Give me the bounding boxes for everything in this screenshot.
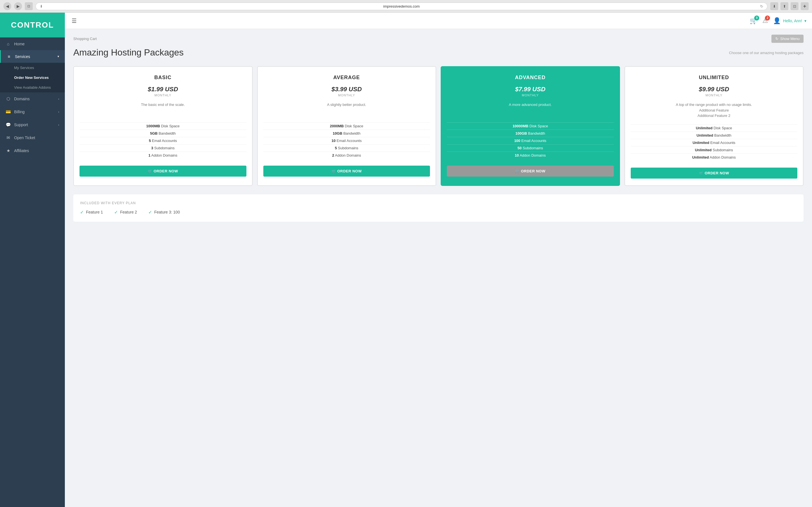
check-icon-1: ✓ [80, 210, 84, 215]
billing-icon: 💳 [6, 109, 11, 114]
plan-features-unlimited: Unlimited Disk Space Unlimited Bandwidth… [631, 124, 798, 161]
plan-period-basic: MONTHLY [154, 94, 171, 97]
included-section: INCLUDED WITH EVERY PLAN ✓ Feature 1 ✓ F… [73, 194, 804, 222]
download-button[interactable]: ⬇ [770, 2, 778, 10]
cart-badge: 0 [754, 15, 759, 20]
plan-card-average: AVERAGE $3.99 USD MONTHLY A slightly bet… [257, 66, 437, 186]
plan-name-basic: BASIC [154, 75, 171, 80]
app-container: CONTROL ⌂ Home ≡ Services ▾ My Services … [0, 13, 812, 507]
alert-icon-wrap[interactable]: ⚠ 2 [762, 17, 768, 24]
browser-action-buttons: ⬇ ⬆ ⊡ + [770, 2, 809, 10]
hamburger-menu-button[interactable]: ☰ [70, 16, 78, 25]
sidebar-item-order-new-services[interactable]: Order New Services [0, 73, 65, 82]
breadcrumb: Shopping Cart [73, 37, 97, 41]
check-icon-3: ✓ [148, 210, 152, 215]
show-menu-button[interactable]: ↻ Show Menu [771, 35, 804, 43]
add-tab-button[interactable]: + [801, 2, 809, 10]
feature-subdomains-advanced: 50 Subdomains [447, 144, 614, 152]
sidebar-item-domains[interactable]: ⬡ Domains › [0, 93, 65, 105]
plan-features-average: 2000MB Disk Space 10GB Bandwidth 10 Emai… [263, 122, 430, 159]
sidebar-item-home[interactable]: ⌂ Home [0, 38, 65, 50]
alert-badge: 2 [765, 15, 770, 20]
feature-subdomains-basic: 3 Subdomains [80, 144, 246, 152]
header-icons: 🛒 0 ⚠ 2 👤 Hello, Ann! ▾ [750, 17, 806, 24]
services-submenu: My Services Order New Services View Avai… [0, 63, 65, 93]
feature-bandwidth-basic: 5GB Bandwidth [80, 129, 246, 137]
feature-email-basic: 5 Email Accounts [80, 137, 246, 144]
sidebar-item-billing-label: Billing [14, 110, 24, 114]
back-button[interactable]: ◀ [3, 2, 11, 10]
plan-name-advanced: ADVANCED [515, 75, 546, 80]
pricing-grid: BASIC $1.99 USD MONTHLY The basic end of… [73, 66, 804, 186]
user-dropdown-chevron-icon: ▾ [804, 18, 806, 23]
sidebar-item-services-label: Services [15, 54, 30, 59]
sidebar-item-billing[interactable]: 💳 Billing › [0, 105, 65, 118]
sidebar-item-view-addons[interactable]: View Available Addons [0, 82, 65, 93]
feature-email-average: 10 Email Accounts [263, 137, 430, 144]
feature-email-unlimited: Unlimited Email Accounts [631, 139, 798, 146]
user-icon: 👤 [773, 17, 781, 24]
check-icon-2: ✓ [114, 210, 118, 215]
feature-email-advanced: 100 Email Accounts [447, 137, 614, 144]
plan-period-advanced: MONTHLY [522, 94, 539, 97]
affiliates-icon: ★ [6, 148, 11, 153]
ticket-icon: ✉ [6, 135, 11, 140]
support-icon: 💬 [6, 122, 11, 127]
order-button-advanced[interactable]: 🛒 ORDER NOW [447, 166, 614, 177]
sidebar-item-my-services[interactable]: My Services [0, 63, 65, 73]
feature-bandwidth-unlimited: Unlimited Bandwidth [631, 131, 798, 139]
windows-button[interactable]: ⊡ [791, 2, 799, 10]
included-feature-label-2: Feature 2 [120, 210, 137, 214]
main-inner: Shopping Cart ↻ Show Menu Amazing Hostin… [65, 29, 812, 227]
cart-icon-wrap[interactable]: 🛒 0 [750, 17, 757, 24]
sidebar-item-affiliates[interactable]: ★ Affiliates [0, 144, 65, 157]
url-bar: ⬇ impressivedemos.com ↻ [36, 3, 767, 10]
sidebar-item-home-label: Home [14, 42, 24, 46]
included-title: INCLUDED WITH EVERY PLAN [80, 201, 797, 205]
page-subtitle: Choose one of our amazing hosting packag… [729, 51, 804, 55]
plan-features-advanced: 10000MB Disk Space 100GB Bandwidth 100 E… [447, 122, 614, 159]
plan-name-unlimited: UNLIMITED [699, 75, 729, 80]
plan-desc-advanced: A more advanced product. [509, 102, 552, 117]
user-greeting: Hello, Ann! [783, 18, 802, 23]
feature-addon-average: 2 Addon Domains [263, 152, 430, 159]
domains-icon: ⬡ [6, 96, 11, 101]
included-feature-3: ✓ Feature 3: 100 [148, 210, 180, 215]
feature-disk-unlimited: Unlimited Disk Space [631, 124, 798, 131]
feature-disk-average: 2000MB Disk Space [263, 122, 430, 129]
home-icon: ⌂ [6, 41, 11, 46]
plan-card-basic: BASIC $1.99 USD MONTHLY The basic end of… [73, 66, 253, 186]
pocket-icon: ⬇ [40, 4, 43, 8]
plan-price-basic: $1.99 USD [148, 86, 178, 93]
order-button-unlimited[interactable]: 🛒 ORDER NOW [631, 168, 798, 179]
share-button[interactable]: ⬆ [780, 2, 788, 10]
plan-price-unlimited: $9.99 USD [699, 86, 729, 93]
support-chevron-icon: › [58, 123, 59, 126]
order-button-average[interactable]: 🛒 ORDER NOW [263, 166, 430, 177]
services-chevron-icon: ▾ [57, 55, 59, 58]
tab-view-button[interactable]: ⊡ [25, 2, 33, 10]
feature-subdomains-average: 5 Subdomains [263, 144, 430, 152]
order-button-basic[interactable]: 🛒 ORDER NOW [80, 166, 246, 177]
refresh-icon[interactable]: ↻ [760, 4, 763, 8]
plan-desc-unlimited: A top of the range product with no usage… [676, 102, 752, 119]
included-feature-1: ✓ Feature 1 [80, 210, 103, 215]
plan-features-basic: 1000MB Disk Space 5GB Bandwidth 5 Email … [80, 122, 246, 159]
sidebar-item-services[interactable]: ≡ Services ▾ [0, 50, 65, 63]
plan-card-unlimited: UNLIMITED $9.99 USD MONTHLY A top of the… [624, 66, 804, 186]
page-title: Amazing Hosting Packages [73, 47, 184, 58]
feature-addon-basic: 1 Addon Domains [80, 152, 246, 159]
sidebar-item-support-label: Support [14, 122, 28, 127]
sidebar-item-support[interactable]: 💬 Support › [0, 118, 65, 131]
plan-price-advanced: $7.99 USD [515, 86, 546, 93]
plan-period-average: MONTHLY [338, 94, 355, 97]
user-menu[interactable]: 👤 Hello, Ann! ▾ [773, 17, 806, 24]
billing-chevron-icon: › [58, 110, 59, 114]
plan-name-average: AVERAGE [333, 75, 360, 80]
feature-disk-basic: 1000MB Disk Space [80, 122, 246, 129]
feature-disk-advanced: 10000MB Disk Space [447, 122, 614, 129]
plan-price-average: $3.99 USD [331, 86, 362, 93]
sidebar-item-open-ticket[interactable]: ✉ Open Ticket [0, 131, 65, 144]
forward-button[interactable]: ▶ [14, 2, 22, 10]
sidebar-logo: CONTROL [0, 13, 65, 38]
